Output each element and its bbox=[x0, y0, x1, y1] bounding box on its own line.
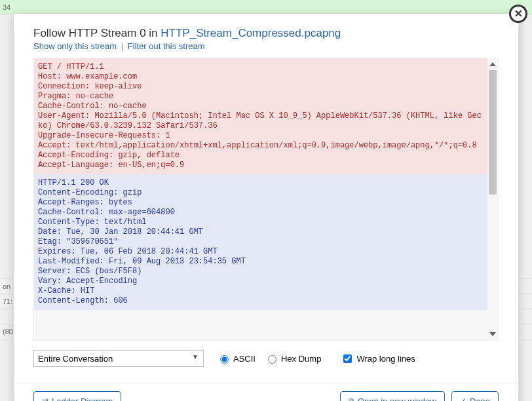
radio-hex-label: Hex Dump bbox=[281, 354, 321, 364]
ladder-diagram-button[interactable]: ⇄ Ladder Diagram bbox=[33, 391, 121, 401]
done-label: Done bbox=[470, 396, 490, 402]
swap-icon: ⇄ bbox=[42, 396, 48, 401]
file-link[interactable]: HTTP_Stream_Compressed.pcapng bbox=[161, 27, 341, 39]
filter-out-stream-link[interactable]: Filter out this stream bbox=[128, 41, 205, 51]
scrollbar[interactable] bbox=[487, 58, 498, 340]
external-icon: ⧉ bbox=[349, 396, 354, 401]
wrap-checkbox-group: Wrap long lines bbox=[341, 353, 421, 365]
radio-ascii-label: ASCII bbox=[233, 354, 256, 364]
show-only-stream-link[interactable]: Show only this stream bbox=[33, 41, 117, 51]
http-request-block: GET / HTTP/1.1 Host: www.example.com Con… bbox=[34, 58, 487, 174]
scroll-down-icon[interactable] bbox=[489, 332, 496, 336]
encoding-radios: ASCII Hex Dump bbox=[217, 353, 328, 364]
open-label: Open in new window bbox=[358, 396, 436, 402]
scroll-up-icon[interactable] bbox=[489, 62, 496, 66]
wrap-checkbox[interactable] bbox=[343, 354, 352, 363]
modal-title: Follow HTTP Stream 0 in HTTP_Stream_Comp… bbox=[33, 27, 499, 40]
done-button[interactable]: ✓ Done bbox=[451, 391, 499, 401]
radio-ascii[interactable] bbox=[220, 355, 229, 364]
title-prefix: Follow HTTP Stream 0 in bbox=[33, 27, 161, 39]
check-icon: ✓ bbox=[460, 396, 466, 401]
ladder-label: Ladder Diagram bbox=[52, 396, 113, 402]
link-separator: | bbox=[121, 41, 123, 51]
radio-hex[interactable] bbox=[268, 355, 276, 364]
stream-scroll-area[interactable]: GET / HTTP/1.1 Host: www.example.com Con… bbox=[34, 58, 487, 340]
scroll-thumb[interactable] bbox=[489, 70, 497, 195]
stream-filter-links: Show only this stream | Filter out this … bbox=[33, 41, 499, 51]
close-button[interactable]: ✕ bbox=[509, 5, 527, 23]
http-response-block: HTTP/1.1 200 OK Content-Encoding: gzip A… bbox=[34, 174, 487, 310]
conversation-select[interactable]: Entire Conversation bbox=[33, 350, 204, 367]
open-new-window-button[interactable]: ⧉ Open in new window bbox=[340, 391, 445, 401]
follow-stream-modal: ✕ Follow HTTP Stream 0 in HTTP_Stream_Co… bbox=[13, 13, 519, 401]
modal-footer: ⇄ Ladder Diagram ⧉ Open in new window ✓ … bbox=[14, 383, 518, 401]
controls-row: Entire Conversation ASCII Hex Dump Wrap … bbox=[33, 341, 499, 372]
wrap-label: Wrap long lines bbox=[356, 354, 415, 364]
stream-content-box: GET / HTTP/1.1 Host: www.example.com Con… bbox=[33, 58, 499, 341]
close-icon: ✕ bbox=[514, 8, 523, 20]
